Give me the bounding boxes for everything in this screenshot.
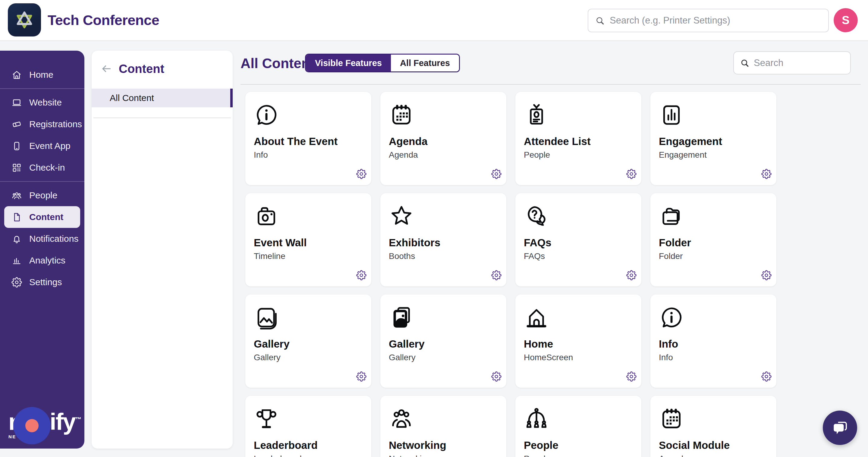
sidebar-item[interactable]: Website [4,92,80,113]
feature-card[interactable]: People People [516,396,641,457]
search-icon [595,16,605,26]
sidebar-item-icon [11,97,22,108]
gear-icon [491,270,501,280]
feature-card-subtitle: Timeline [254,251,285,261]
feature-card[interactable]: Home HomeScreen [516,295,641,388]
feature-card-subtitle: People [524,150,550,160]
feature-card[interactable]: Info Info [650,295,776,388]
feature-settings-button[interactable] [626,371,637,382]
feature-card-subtitle: Gallery [254,353,281,362]
feature-settings-button[interactable] [626,169,637,179]
feature-settings-button[interactable] [491,270,501,280]
feature-card-subtitle: Agenda [389,150,418,160]
feature-settings-button[interactable] [356,169,367,179]
sidebar-item-icon [11,162,22,173]
sidebar-divider [0,181,84,182]
sidebar-item-label: Settings [29,277,62,287]
content-panel: Content All Content [92,51,233,449]
gear-icon [761,270,772,280]
feature-settings-button[interactable] [356,371,367,382]
back-button[interactable] [101,63,112,74]
trademark-symbol: ™ [75,416,82,423]
panel-divider [93,118,231,118]
gear-icon [491,169,501,179]
feature-card-title: FAQs [524,237,551,249]
toggle-tab[interactable]: All Features [391,55,459,71]
feature-icon [659,305,684,330]
feature-card[interactable]: FAQs FAQs [516,193,641,286]
sidebar-item-icon [11,70,22,80]
feature-card-title: Exhibitors [389,237,440,249]
toggle-tab-label: All Features [400,58,450,68]
sidebar-item[interactable]: Check-in [4,157,80,179]
sidebar-item[interactable]: Settings [4,271,80,293]
feature-card-subtitle: FAQs [524,251,545,261]
sidebar-item[interactable]: Event App [4,135,80,157]
feature-settings-button[interactable] [761,371,772,382]
feature-settings-button[interactable] [626,270,637,280]
feature-card[interactable]: Networking Networking [380,396,506,457]
feature-card-title: Networking [389,439,446,451]
feature-icon [254,204,279,229]
sidebar-item[interactable]: Registrations [4,113,80,135]
feature-icon [389,102,414,127]
sidebar-item[interactable]: Content [4,206,80,228]
sidebar: Home Website Registrations Event App Che… [0,51,84,449]
sidebar-item-label: Home [29,70,53,80]
feature-settings-button[interactable] [491,169,501,179]
user-avatar[interactable]: S [834,8,858,32]
knot-star-icon [13,8,36,31]
feature-card-subtitle: HomeScreen [524,353,573,362]
feature-card[interactable]: About The Event Info [245,92,371,185]
chat-launcher[interactable] [823,410,857,445]
toggle-tab[interactable]: Visible Features [306,55,391,71]
sidebar-item[interactable]: Analytics [4,250,80,271]
onboarding-beacon[interactable] [13,407,51,444]
feature-card[interactable]: Social Module Agenda [650,396,776,457]
gear-icon [626,169,637,179]
global-search-input[interactable] [609,15,822,26]
feature-card[interactable]: Attendee List People [516,92,641,185]
feature-card-title: About The Event [254,135,338,147]
sidebar-item[interactable]: Notifications [4,228,80,250]
feature-card[interactable]: Exhibitors Booths [380,193,506,286]
feature-visibility-toggle: Visible Features All Features [305,54,460,72]
content-search-input[interactable] [753,57,868,69]
sidebar-item-label: Registrations [29,119,82,129]
feature-card-subtitle: Leaderboard [254,454,302,457]
page-title: All Content [241,56,314,71]
sidebar-item-label: Content [29,212,63,222]
feature-card[interactable]: Agenda Agenda [380,92,506,185]
feature-card[interactable]: Leaderboard Leaderboard [245,396,371,457]
feature-card[interactable]: Gallery Gallery [380,295,506,388]
feature-icon [524,204,549,229]
feature-settings-button[interactable] [761,169,772,179]
feature-settings-button[interactable] [491,371,501,382]
feature-icon [659,406,684,431]
sidebar-item-label: People [29,190,57,201]
feature-card-title: Engagement [659,135,722,147]
sidebar-item[interactable]: Home [4,64,80,86]
feature-card[interactable]: Event Wall Timeline [245,193,371,286]
feature-icon [389,406,414,431]
sidebar-item[interactable]: People [4,184,80,206]
sidebar-item-label: Website [29,97,62,108]
feature-icon [389,204,414,229]
feature-settings-button[interactable] [761,270,772,280]
feature-card-grid: About The Event Info Agenda Agenda Atten… [245,92,776,457]
feature-card-title: Home [524,338,553,350]
sidebar-divider [0,88,84,89]
gear-icon [761,371,772,382]
sidebar-item-icon [11,119,22,130]
feature-card[interactable]: Folder Folder [650,193,776,286]
feature-icon [524,406,549,431]
feature-card[interactable]: Gallery Gallery [245,295,371,388]
feature-card-title: Info [659,338,678,350]
feature-card[interactable]: Engagement Engagement [650,92,776,185]
gear-icon [356,169,367,179]
feature-icon [524,102,549,127]
panel-item-all-content[interactable]: All Content [92,89,233,107]
feature-settings-button[interactable] [356,270,367,280]
feature-icon [659,204,684,229]
top-bar: Tech Conference S [0,0,868,41]
